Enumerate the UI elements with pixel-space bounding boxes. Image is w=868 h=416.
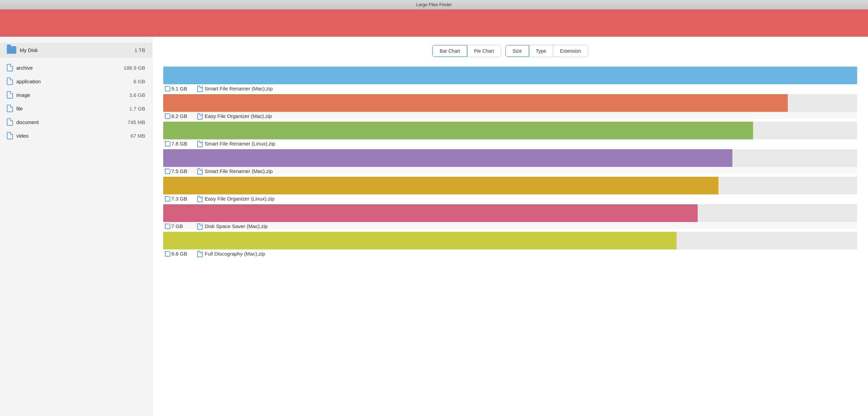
sidebar-item-archive[interactable]: archive 188.9 GB	[0, 61, 152, 74]
file-icon	[7, 64, 13, 71]
sidebar-item-size: 745 MB	[127, 119, 145, 125]
filename-label: Smart File Renamer (Linux).zip	[205, 141, 275, 146]
chart-row-1: 8.2 GB Easy File Organizer (Mac).zip	[163, 94, 857, 119]
sidebar-item-document[interactable]: document 745 MB	[0, 115, 152, 129]
bar-container	[163, 149, 857, 167]
sidebar-item-label: archive	[16, 65, 124, 71]
sidebar-item-size: 3.6 GB	[129, 92, 145, 98]
chart-row-6: 6.8 GB Full Discography (Mac).zip	[163, 232, 857, 257]
title-bar: Large Files Finder	[0, 0, 868, 10]
bar-size: 8.2 GB	[165, 113, 192, 119]
file-icon	[7, 105, 13, 112]
filename-label: Full Discography (Mac).zip	[205, 251, 265, 257]
bar-filename: Smart File Renamer (Mac).zip	[197, 168, 273, 174]
chart-row-0: 9.1 GB Smart File Renamer (Mac).zip	[163, 67, 857, 91]
content-area: Bar Chart Pie Chart Size Type Extension …	[152, 37, 868, 416]
bar-container	[163, 67, 857, 84]
sidebar-item-video[interactable]: video 67 MB	[0, 129, 152, 142]
pie-chart-button[interactable]: Pie Chart	[467, 45, 500, 57]
sort-type-button[interactable]: Type	[529, 45, 553, 57]
trash-icon[interactable]	[165, 169, 169, 174]
sidebar-item-label: file	[16, 106, 129, 111]
trash-icon[interactable]	[165, 141, 169, 146]
bar	[163, 94, 788, 112]
bar-size: 7.5 GB	[165, 168, 192, 174]
bar-filename: Easy File Organizer (Mac).zip	[197, 113, 272, 119]
sidebar-item-size: 67 MB	[131, 133, 145, 139]
sidebar-item-size: 1.7 GB	[129, 106, 145, 111]
file-size-label: 7.3 GB	[171, 196, 187, 202]
doc-icon	[197, 168, 202, 174]
view-control-group: Bar Chart Pie Chart	[432, 45, 501, 57]
file-icon	[7, 91, 13, 99]
filename-label: Disk Space Saver (Mac).zip	[205, 223, 268, 229]
sidebar-item-file[interactable]: file 1.7 GB	[0, 102, 152, 115]
folder-icon	[7, 46, 16, 54]
sidebar: My Disk 1 TB archive 188.9 GB applicatio…	[0, 37, 152, 416]
sidebar-item-size: 188.9 GB	[124, 65, 145, 71]
chart-row-5: 7 GB Disk Space Saver (Mac).zip	[163, 204, 857, 229]
sort-extension-button[interactable]: Extension	[553, 45, 588, 57]
file-size-label: 6.8 GB	[171, 251, 187, 257]
trash-icon[interactable]	[165, 251, 169, 257]
toolbar	[0, 10, 868, 37]
sidebar-item-image[interactable]: image 3.6 GB	[0, 88, 152, 102]
chart-row-3: 7.5 GB Smart File Renamer (Mac).zip	[163, 149, 857, 174]
trash-icon[interactable]	[165, 86, 169, 91]
chart-list: 9.1 GB Smart File Renamer (Mac).zip 8.2 …	[163, 67, 857, 259]
bar-size: 7 GB	[165, 223, 192, 229]
bar-size: 6.8 GB	[165, 251, 192, 257]
bar	[163, 204, 698, 222]
doc-icon	[197, 141, 202, 146]
bar-container	[163, 177, 857, 194]
bar-info: 7.5 GB Smart File Renamer (Mac).zip	[163, 168, 857, 174]
sort-size-button[interactable]: Size	[505, 45, 529, 57]
sidebar-item-label: image	[16, 92, 129, 98]
bar-filename: Smart File Renamer (Mac).zip	[197, 86, 273, 91]
bar-filename: Disk Space Saver (Mac).zip	[197, 223, 268, 229]
trash-icon[interactable]	[165, 196, 169, 202]
sidebar-item-size: 6 GB	[134, 79, 145, 84]
file-size-label: 7.5 GB	[171, 168, 187, 174]
bar	[163, 177, 718, 194]
doc-icon	[197, 113, 202, 119]
sidebar-root-size: 1 TB	[135, 47, 145, 53]
bar-container	[163, 94, 857, 112]
sidebar-item-application[interactable]: application 6 GB	[0, 74, 152, 88]
bar-chart-button[interactable]: Bar Chart	[432, 45, 467, 57]
doc-icon	[197, 223, 202, 229]
file-size-label: 7 GB	[171, 223, 183, 229]
bar-info: 8.2 GB Easy File Organizer (Mac).zip	[163, 113, 857, 119]
sidebar-item-label: video	[16, 133, 131, 139]
file-icon	[7, 118, 13, 126]
bar-info: 9.1 GB Smart File Renamer (Mac).zip	[163, 86, 857, 91]
sidebar-item-label: document	[16, 119, 127, 125]
window-title: Large Files Finder	[416, 2, 452, 7]
doc-icon	[197, 86, 202, 91]
filename-label: Easy File Organizer (Linux).zip	[205, 196, 274, 202]
file-size-label: 8.2 GB	[171, 113, 187, 119]
bar-size: 7.8 GB	[165, 141, 192, 146]
trash-icon[interactable]	[165, 114, 169, 119]
bar-info: 6.8 GB Full Discography (Mac).zip	[163, 251, 857, 257]
sidebar-root-item[interactable]: My Disk 1 TB	[0, 43, 152, 57]
bar	[163, 149, 732, 167]
filename-label: Smart File Renamer (Mac).zip	[205, 168, 273, 174]
filename-label: Smart File Renamer (Mac).zip	[205, 86, 273, 91]
trash-icon[interactable]	[165, 224, 169, 229]
bar-container	[163, 122, 857, 139]
bar-size: 9.1 GB	[165, 86, 192, 91]
file-icon	[7, 132, 13, 139]
doc-icon	[197, 251, 202, 257]
chart-row-4: 7.3 GB Easy File Organizer (Linux).zip	[163, 177, 857, 202]
sort-control-group: Size Type Extension	[505, 45, 588, 57]
chart-row-2: 7.8 GB Smart File Renamer (Linux).zip	[163, 122, 857, 146]
bar	[163, 232, 677, 249]
bar-info: 7 GB Disk Space Saver (Mac).zip	[163, 223, 857, 229]
bar-info: 7.3 GB Easy File Organizer (Linux).zip	[163, 196, 857, 202]
bar-filename: Easy File Organizer (Linux).zip	[197, 196, 274, 202]
bar	[163, 122, 753, 139]
bar-container	[163, 232, 857, 249]
bar-container	[163, 204, 857, 222]
file-size-label: 9.1 GB	[171, 86, 187, 91]
